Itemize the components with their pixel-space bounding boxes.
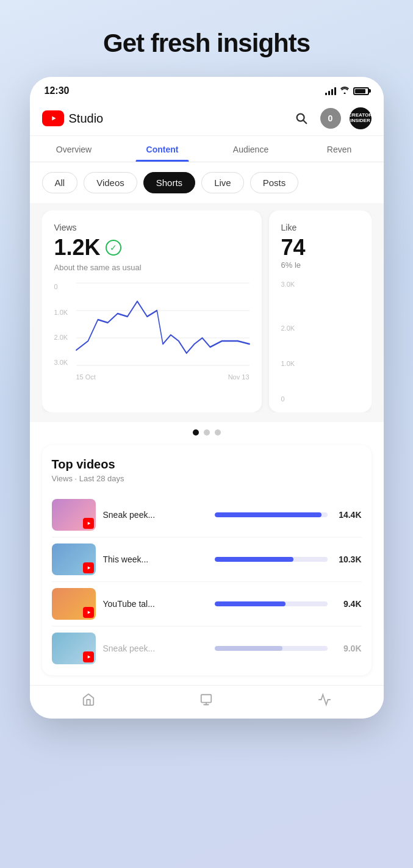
video-thumb-1 — [52, 499, 96, 531]
views-description: About the same as usual — [54, 263, 250, 272]
video-bar-fill-3 — [215, 601, 286, 606]
bottom-nav-content[interactable] — [198, 692, 214, 708]
bottom-nav-home[interactable] — [81, 692, 96, 708]
video-row[interactable]: YouTube tal... 9.4K — [52, 582, 362, 626]
video-row[interactable]: This week... 10.3K — [52, 537, 362, 582]
bottom-nav — [30, 685, 384, 719]
top-videos-subtitle: Views · Last 28 days — [52, 474, 362, 483]
video-title-1: Sneak peek... — [103, 510, 208, 520]
avatar-button[interactable]: CREATORINSIDER — [350, 107, 372, 129]
pill-shorts[interactable]: Shorts — [143, 172, 195, 193]
content-icon — [198, 692, 214, 708]
video-thumb-3 — [52, 588, 96, 620]
video-title-4: Sneak peek... — [103, 644, 208, 653]
video-row[interactable]: Sneak peek... 9.0K — [52, 626, 362, 670]
video-thumb-4 — [52, 633, 96, 664]
dot-3[interactable] — [215, 429, 221, 436]
pill-videos[interactable]: Videos — [84, 172, 137, 193]
shorts-badge-4 — [83, 651, 94, 662]
status-bar: 12:30 — [30, 77, 384, 101]
status-time: 12:30 — [45, 85, 70, 96]
video-bar-fill-1 — [215, 512, 321, 517]
likes-description: 6% le — [281, 260, 359, 270]
status-icons — [325, 86, 369, 96]
avatar-label: CREATORINSIDER — [348, 113, 372, 124]
dot-1[interactable] — [193, 429, 199, 436]
signal-icon — [325, 87, 336, 95]
analytics-icon — [317, 692, 332, 708]
likes-label: Like — [281, 223, 359, 232]
yt-studio-label: Studio — [69, 112, 104, 126]
video-bar-wrap-2: 10.3K — [215, 554, 361, 564]
wifi-icon — [340, 86, 350, 96]
phone-shell: 12:30 St — [30, 77, 384, 719]
tab-audience[interactable]: Audience — [207, 136, 295, 162]
video-bar-fill-2 — [215, 557, 293, 562]
video-count-4: 9.0K — [334, 644, 362, 653]
video-info-3: YouTube tal... — [103, 599, 208, 609]
svg-marker-9 — [87, 611, 90, 614]
video-count-1: 14.4K — [334, 510, 362, 520]
views-label: Views — [54, 223, 250, 232]
svg-marker-7 — [87, 522, 90, 525]
likes-card: Like 74 6% le 3.0K 2.0K 1.0K 0 — [269, 210, 372, 412]
youtube-play-icon — [42, 110, 64, 126]
battery-icon — [353, 87, 369, 95]
video-count-2: 10.3K — [334, 554, 362, 564]
svg-marker-0 — [52, 117, 56, 121]
tab-revenue[interactable]: Reven — [295, 136, 384, 162]
chart-area — [76, 283, 250, 366]
shorts-badge-3 — [83, 607, 94, 618]
search-button[interactable] — [291, 108, 312, 129]
filter-pills: All Videos Shorts Live Posts — [30, 162, 384, 203]
pill-all[interactable]: All — [42, 172, 78, 193]
top-videos-card: Top videos Views · Last 28 days Sneak pe… — [42, 445, 372, 675]
bottom-nav-analytics[interactable] — [317, 692, 332, 708]
home-icon — [81, 692, 96, 708]
chart-y-labels: 3.0K 2.0K 1.0K 0 — [54, 283, 68, 366]
views-value: 1.2K — [54, 235, 101, 260]
video-thumb-2 — [52, 543, 96, 575]
stats-area: Views 1.2K ✓ About the same as usual 3.0… — [30, 203, 384, 422]
video-bar-bg-4 — [215, 646, 327, 651]
views-value-row: 1.2K ✓ — [54, 235, 250, 260]
top-videos-title: Top videos — [52, 457, 362, 472]
tab-overview[interactable]: Overview — [30, 136, 118, 162]
likes-value: 74 — [281, 235, 359, 260]
video-bar-bg-1 — [215, 512, 327, 517]
svg-marker-10 — [87, 656, 90, 659]
video-row[interactable]: Sneak peek... 14.4K — [52, 493, 362, 537]
svg-marker-8 — [87, 567, 90, 570]
svg-line-2 — [303, 120, 306, 123]
tab-content[interactable]: Content — [118, 136, 207, 162]
pill-posts[interactable]: Posts — [250, 172, 299, 193]
views-chart: 3.0K 2.0K 1.0K 0 — [54, 283, 250, 381]
dot-2[interactable] — [204, 429, 210, 436]
tabs-nav: Overview Content Audience Reven — [30, 136, 384, 162]
video-bar-wrap-3: 9.4K — [215, 599, 361, 609]
svg-rect-11 — [201, 695, 212, 703]
video-title-2: This week... — [103, 554, 208, 564]
video-bar-wrap-1: 14.4K — [215, 510, 361, 520]
video-bar-wrap-4: 9.0K — [215, 644, 361, 653]
chart-x-labels: 15 Oct Nov 13 — [76, 373, 250, 381]
video-title-3: YouTube tal... — [103, 599, 208, 609]
check-icon: ✓ — [106, 240, 121, 256]
video-info-1: Sneak peek... — [103, 510, 208, 520]
video-info-4: Sneak peek... — [103, 644, 208, 653]
pill-live[interactable]: Live — [201, 172, 244, 193]
app-header: Studio 0 CREATORINSIDER — [30, 101, 384, 136]
video-count-3: 9.4K — [334, 599, 362, 609]
views-card: Views 1.2K ✓ About the same as usual 3.0… — [42, 210, 262, 412]
video-info-2: This week... — [103, 554, 208, 564]
header-actions: 0 CREATORINSIDER — [291, 107, 372, 129]
dots-indicator — [30, 422, 384, 440]
video-bar-bg-2 — [215, 557, 327, 562]
shorts-badge-1 — [83, 518, 94, 529]
shorts-badge-2 — [83, 562, 94, 573]
video-bar-bg-3 — [215, 601, 327, 606]
yt-logo: Studio — [42, 110, 104, 126]
video-bar-fill-4 — [215, 646, 282, 651]
page-title: Get fresh insights — [103, 29, 310, 57]
notification-button[interactable]: 0 — [320, 108, 341, 129]
